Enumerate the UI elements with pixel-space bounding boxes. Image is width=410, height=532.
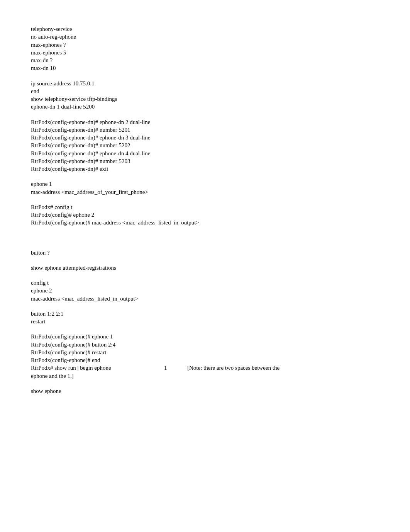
text-line: config t xyxy=(31,279,379,287)
text-line: mac-address <mac_address_of_your_first_p… xyxy=(31,188,379,196)
note-row: RtrPodx# show run | begin ephone 1 [Note… xyxy=(31,364,379,372)
text-line: RtrPodx(config-ephone-dn)# number 5203 xyxy=(31,157,379,165)
text-line: ephone 2 xyxy=(31,287,379,294)
blank-line xyxy=(31,173,379,180)
text-line: RtrPodx(config-ephone)# restart xyxy=(31,348,379,356)
text-line: show telephony-service tftp-bindings xyxy=(31,95,379,103)
text-line: RtrPodx(config-ephone-dn)# ephone-dn 2 d… xyxy=(31,118,379,126)
text-line: RtrPodx(config-ephone-dn)# ephone-dn 4 d… xyxy=(31,150,379,157)
text-line: button 1:2 2:1 xyxy=(31,310,379,318)
text-line: no auto-reg-ephone xyxy=(31,33,379,41)
text-line: max-dn ? xyxy=(31,56,379,64)
text-line: ephone and the 1.] xyxy=(31,372,379,380)
text-line: RtrPodx(config-ephone)# mac-address <mac… xyxy=(31,219,379,226)
text-line: end xyxy=(31,87,379,95)
text-line: mac-address <mac_address_listed_in_outpu… xyxy=(31,295,379,303)
text-line: RtrPodx(config-ephone-dn)# exit xyxy=(31,165,379,173)
blank-line xyxy=(31,111,379,118)
note-number: 1 xyxy=(164,364,187,372)
text-line: max-dn 10 xyxy=(31,64,379,72)
blank-line xyxy=(31,380,379,387)
text-line: telephony-service xyxy=(31,25,379,33)
text-line: restart xyxy=(31,318,379,325)
text-line: button ? xyxy=(31,249,379,257)
text-line: RtrPodx(config-ephone)# end xyxy=(31,356,379,364)
text-line: ip source-address 10.75.0.1 xyxy=(31,80,379,87)
text-line: ephone-dn 1 dual-line 5200 xyxy=(31,103,379,110)
text-line: RtrPodx(config-ephone-dn)# number 5202 xyxy=(31,141,379,149)
text-line: ephone 1 xyxy=(31,180,379,188)
blank-line xyxy=(31,196,379,203)
note-text: [Note: there are two spaces between the xyxy=(187,364,280,372)
text-line: RtrPodx# config t xyxy=(31,203,379,211)
blank-line xyxy=(31,325,379,333)
note-command: RtrPodx# show run | begin ephone xyxy=(31,364,164,372)
text-line: RtrPodx(config-ephone)# button 2:4 xyxy=(31,341,379,348)
blank-line xyxy=(31,72,379,80)
text-line: max-ephones ? xyxy=(31,41,379,49)
blank-line xyxy=(31,234,379,241)
blank-line xyxy=(31,241,379,249)
text-line: show ephone xyxy=(31,387,379,395)
text-line: RtrPodx(config)# ephone 2 xyxy=(31,211,379,219)
text-line: RtrPodx(config-ephone-dn)# ephone-dn 3 d… xyxy=(31,134,379,141)
text-line: show ephone attempted-registrations xyxy=(31,264,379,272)
blank-line xyxy=(31,272,379,279)
blank-line xyxy=(31,227,379,234)
blank-line xyxy=(31,257,379,264)
text-line: max-ephones 5 xyxy=(31,49,379,56)
blank-line xyxy=(31,303,379,310)
text-line: RtrPodx(config-ephone)# ephone 1 xyxy=(31,333,379,340)
text-line: RtrPodx(config-ephone-dn)# number 5201 xyxy=(31,126,379,134)
document-body: telephony-service no auto-reg-ephone max… xyxy=(31,25,379,395)
